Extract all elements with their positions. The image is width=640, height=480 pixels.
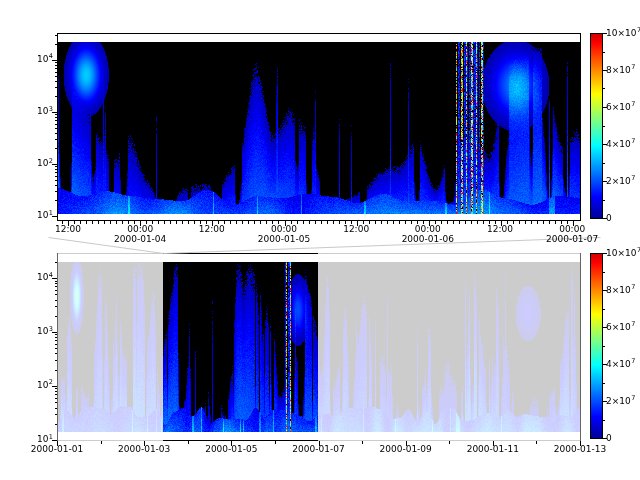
x-tick-date-label: 2000-01-01	[31, 444, 83, 454]
exponent: 1	[49, 209, 53, 217]
colorbar-tick-label: 0	[606, 213, 612, 223]
selection-region[interactable]	[163, 253, 318, 440]
exponent: 2	[49, 157, 53, 165]
exponent: 7	[631, 137, 635, 145]
colorbar-tick-label: 10×107	[606, 28, 640, 39]
colorbar-tick-label: 8×107	[606, 65, 635, 76]
exponent: 7	[631, 63, 635, 71]
exponent: 7	[631, 283, 635, 291]
exponent: 1	[49, 433, 53, 441]
y-tick-label: 102	[37, 380, 53, 391]
x-tick-time-label: 00:00	[559, 224, 585, 234]
y-tick-label: 103	[37, 106, 53, 117]
exponent: 7	[631, 100, 635, 108]
x-tick-date-label: 2000-01-05	[205, 444, 257, 454]
x-tick-date-label: 2000-01-03	[118, 444, 170, 454]
x-tick-date-label: 2000-01-07	[292, 444, 344, 454]
exponent: 4	[49, 271, 53, 279]
x-tick-time-label: 00:00	[271, 224, 297, 234]
colorbar-tick-label: 8×107	[606, 285, 635, 296]
x-tick-time-label: 12:00	[343, 224, 369, 234]
exponent: 3	[49, 325, 53, 333]
exponent: 2	[49, 378, 53, 386]
x-tick-time-label: 12:00	[199, 224, 225, 234]
y-tick-label: 103	[37, 326, 53, 337]
overview-plot-area	[57, 253, 580, 440]
y-tick-label: 101	[37, 434, 53, 445]
colorbar-tick-label: 2×107	[606, 176, 635, 187]
detail-plot-area	[57, 33, 580, 220]
x-tick-time-label: 00:00	[415, 224, 441, 234]
x-tick-date-label: 2000-01-05	[258, 234, 310, 244]
exponent: 7	[631, 320, 635, 328]
colorbar-tick-label: 4×107	[606, 359, 635, 370]
x-tick-date-label: 2000-01-06	[402, 234, 454, 244]
y-tick-label: 104	[37, 272, 53, 283]
colorbar-tick-label: 0	[606, 433, 612, 443]
x-tick-date-label: 2000-01-04	[114, 234, 166, 244]
exponent: 7	[631, 174, 635, 182]
colorbar-tick-label: 4×107	[606, 139, 635, 150]
colorbar-tick-label: 6×107	[606, 322, 635, 333]
x-tick-time-label: 12:00	[55, 224, 81, 234]
y-tick-label: 101	[37, 210, 53, 221]
exponent: 7	[631, 357, 635, 365]
x-tick-date-label: 2000-01-09	[380, 444, 432, 454]
x-tick-time-label: 12:00	[487, 224, 513, 234]
x-tick-time-label: 00:00	[127, 224, 153, 234]
colorbar-tick-label: 6×107	[606, 102, 635, 113]
y-tick-label: 104	[37, 54, 53, 65]
colorbar-tick-label: 10×107	[606, 248, 640, 259]
x-tick-date-label: 2000-01-07	[546, 234, 598, 244]
colorbar-tick-label: 2×107	[606, 396, 635, 407]
spectrogram-figure: 12:0000:002000-01-0412:0000:002000-01-05…	[0, 0, 640, 480]
y-tick-label: 102	[37, 158, 53, 169]
exponent: 4	[49, 52, 53, 60]
exponent: 3	[49, 105, 53, 113]
x-tick-date-label: 2000-01-13	[554, 444, 606, 454]
exponent: 7	[631, 394, 635, 402]
x-tick-date-label: 2000-01-11	[467, 444, 519, 454]
